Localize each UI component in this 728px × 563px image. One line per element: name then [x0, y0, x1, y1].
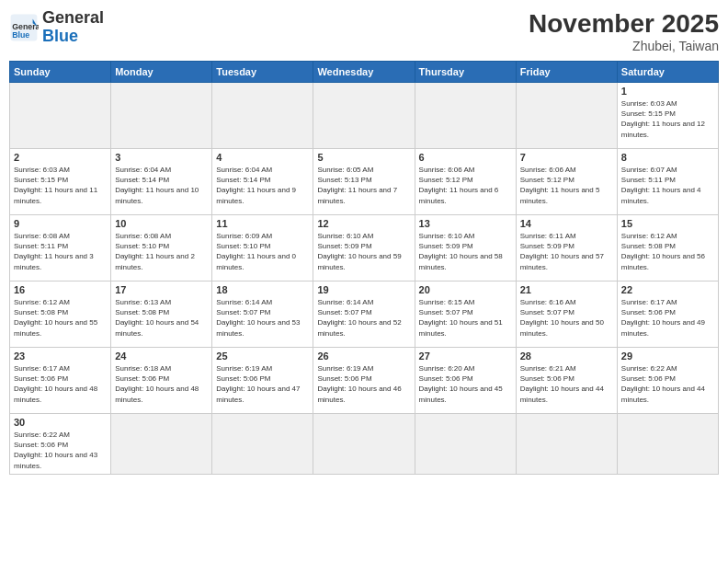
day-info: Sunrise: 6:15 AMSunset: 5:07 PMDaylight:… — [419, 297, 512, 339]
header-wednesday: Wednesday — [313, 62, 415, 83]
header-friday: Friday — [516, 62, 617, 83]
calendar-cell: 7Sunrise: 6:06 AMSunset: 5:12 PMDaylight… — [516, 149, 617, 215]
calendar-cell — [111, 414, 212, 475]
day-info: Sunrise: 6:10 AMSunset: 5:09 PMDaylight:… — [317, 231, 410, 272]
day-number: 16 — [14, 284, 107, 295]
day-number: 8 — [621, 152, 714, 163]
day-info: Sunrise: 6:04 AMSunset: 5:14 PMDaylight:… — [216, 165, 309, 206]
day-number: 7 — [520, 152, 613, 163]
header-sunday: Sunday — [10, 62, 111, 83]
day-info: Sunrise: 6:19 AMSunset: 5:06 PMDaylight:… — [216, 363, 309, 405]
calendar-cell: 3Sunrise: 6:04 AMSunset: 5:14 PMDaylight… — [111, 149, 212, 215]
calendar-cell — [111, 83, 212, 149]
day-number: 25 — [216, 350, 309, 362]
day-number: 5 — [317, 152, 410, 163]
calendar-row-4: 23Sunrise: 6:17 AMSunset: 5:06 PMDayligh… — [10, 348, 719, 414]
header: General Blue GeneralBlue November 2025 Z… — [9, 9, 719, 53]
calendar-row-1: 2Sunrise: 6:03 AMSunset: 5:15 PMDaylight… — [10, 149, 719, 215]
calendar-cell: 9Sunrise: 6:08 AMSunset: 5:11 PMDaylight… — [10, 215, 111, 282]
day-info: Sunrise: 6:08 AMSunset: 5:11 PMDaylight:… — [14, 231, 107, 272]
day-number: 24 — [115, 350, 208, 362]
logo-icon: General Blue — [9, 13, 39, 42]
calendar-cell: 6Sunrise: 6:06 AMSunset: 5:12 PMDaylight… — [415, 149, 516, 215]
day-info: Sunrise: 6:14 AMSunset: 5:07 PMDaylight:… — [216, 297, 309, 339]
day-number: 26 — [317, 350, 410, 362]
day-number: 23 — [14, 350, 107, 362]
weekday-header-row: Sunday Monday Tuesday Wednesday Thursday… — [10, 62, 719, 83]
calendar-cell: 2Sunrise: 6:03 AMSunset: 5:15 PMDaylight… — [10, 149, 111, 215]
calendar-cell: 10Sunrise: 6:08 AMSunset: 5:10 PMDayligh… — [111, 215, 212, 282]
day-number: 6 — [419, 152, 512, 163]
day-number: 28 — [520, 350, 613, 362]
day-info: Sunrise: 6:22 AMSunset: 5:06 PMDaylight:… — [621, 363, 714, 405]
svg-text:Blue: Blue — [12, 30, 29, 40]
day-info: Sunrise: 6:03 AMSunset: 5:15 PMDaylight:… — [621, 98, 714, 140]
calendar-cell: 20Sunrise: 6:15 AMSunset: 5:07 PMDayligh… — [415, 282, 516, 348]
day-number: 2 — [14, 152, 107, 163]
calendar-cell — [212, 83, 313, 149]
day-info: Sunrise: 6:19 AMSunset: 5:06 PMDaylight:… — [317, 363, 410, 405]
calendar-cell: 5Sunrise: 6:05 AMSunset: 5:13 PMDaylight… — [313, 149, 415, 215]
month-title: November 2025 — [529, 9, 719, 39]
day-info: Sunrise: 6:04 AMSunset: 5:14 PMDaylight:… — [115, 165, 208, 206]
calendar-cell: 27Sunrise: 6:20 AMSunset: 5:06 PMDayligh… — [415, 348, 516, 414]
day-info: Sunrise: 6:13 AMSunset: 5:08 PMDaylight:… — [115, 297, 208, 339]
calendar-cell: 21Sunrise: 6:16 AMSunset: 5:07 PMDayligh… — [516, 282, 617, 348]
day-number: 19 — [317, 284, 410, 295]
calendar-row-3: 16Sunrise: 6:12 AMSunset: 5:08 PMDayligh… — [10, 282, 719, 348]
calendar-cell: 12Sunrise: 6:10 AMSunset: 5:09 PMDayligh… — [313, 215, 415, 282]
day-number: 18 — [216, 284, 309, 295]
calendar-cell — [415, 414, 516, 475]
calendar-cell: 8Sunrise: 6:07 AMSunset: 5:11 PMDaylight… — [617, 149, 718, 215]
day-info: Sunrise: 6:16 AMSunset: 5:07 PMDaylight:… — [520, 297, 613, 339]
day-number: 20 — [419, 284, 512, 295]
day-info: Sunrise: 6:21 AMSunset: 5:06 PMDaylight:… — [520, 363, 613, 405]
day-number: 14 — [520, 218, 613, 229]
day-info: Sunrise: 6:17 AMSunset: 5:06 PMDaylight:… — [621, 297, 714, 339]
calendar-cell: 19Sunrise: 6:14 AMSunset: 5:07 PMDayligh… — [313, 282, 415, 348]
day-info: Sunrise: 6:11 AMSunset: 5:09 PMDaylight:… — [520, 231, 613, 272]
day-info: Sunrise: 6:22 AMSunset: 5:06 PMDaylight:… — [14, 430, 107, 471]
header-thursday: Thursday — [415, 62, 516, 83]
calendar-cell: 16Sunrise: 6:12 AMSunset: 5:08 PMDayligh… — [10, 282, 111, 348]
header-monday: Monday — [111, 62, 212, 83]
calendar-cell: 17Sunrise: 6:13 AMSunset: 5:08 PMDayligh… — [111, 282, 212, 348]
calendar: Sunday Monday Tuesday Wednesday Thursday… — [9, 61, 719, 475]
day-number: 17 — [115, 284, 208, 295]
day-number: 21 — [520, 284, 613, 295]
day-info: Sunrise: 6:10 AMSunset: 5:09 PMDaylight:… — [419, 231, 512, 272]
day-info: Sunrise: 6:12 AMSunset: 5:08 PMDaylight:… — [14, 297, 107, 339]
day-info: Sunrise: 6:05 AMSunset: 5:13 PMDaylight:… — [317, 165, 410, 206]
calendar-cell — [516, 414, 617, 475]
calendar-cell — [212, 414, 313, 475]
day-number: 29 — [621, 350, 714, 362]
calendar-cell — [617, 414, 718, 475]
day-info: Sunrise: 6:06 AMSunset: 5:12 PMDaylight:… — [520, 165, 613, 206]
calendar-row-5: 30Sunrise: 6:22 AMSunset: 5:06 PMDayligh… — [10, 414, 719, 475]
calendar-cell — [516, 83, 617, 149]
calendar-cell: 24Sunrise: 6:18 AMSunset: 5:06 PMDayligh… — [111, 348, 212, 414]
calendar-cell: 1Sunrise: 6:03 AMSunset: 5:15 PMDaylight… — [617, 83, 718, 149]
header-tuesday: Tuesday — [212, 62, 313, 83]
day-number: 10 — [115, 218, 208, 229]
logo-text: GeneralBlue — [42, 9, 104, 46]
day-info: Sunrise: 6:14 AMSunset: 5:07 PMDaylight:… — [317, 297, 410, 339]
day-info: Sunrise: 6:12 AMSunset: 5:08 PMDaylight:… — [621, 231, 714, 272]
calendar-cell — [313, 83, 415, 149]
day-number: 13 — [419, 218, 512, 229]
day-number: 3 — [115, 152, 208, 163]
day-info: Sunrise: 6:08 AMSunset: 5:10 PMDaylight:… — [115, 231, 208, 272]
calendar-cell: 23Sunrise: 6:17 AMSunset: 5:06 PMDayligh… — [10, 348, 111, 414]
day-info: Sunrise: 6:03 AMSunset: 5:15 PMDaylight:… — [14, 165, 107, 206]
calendar-cell: 29Sunrise: 6:22 AMSunset: 5:06 PMDayligh… — [617, 348, 718, 414]
day-number: 22 — [621, 284, 714, 295]
calendar-cell: 4Sunrise: 6:04 AMSunset: 5:14 PMDaylight… — [212, 149, 313, 215]
calendar-cell: 28Sunrise: 6:21 AMSunset: 5:06 PMDayligh… — [516, 348, 617, 414]
calendar-cell: 13Sunrise: 6:10 AMSunset: 5:09 PMDayligh… — [415, 215, 516, 282]
calendar-cell — [313, 414, 415, 475]
day-number: 4 — [216, 152, 309, 163]
calendar-cell: 11Sunrise: 6:09 AMSunset: 5:10 PMDayligh… — [212, 215, 313, 282]
day-number: 9 — [14, 218, 107, 229]
day-info: Sunrise: 6:06 AMSunset: 5:12 PMDaylight:… — [419, 165, 512, 206]
calendar-cell: 30Sunrise: 6:22 AMSunset: 5:06 PMDayligh… — [10, 414, 111, 475]
